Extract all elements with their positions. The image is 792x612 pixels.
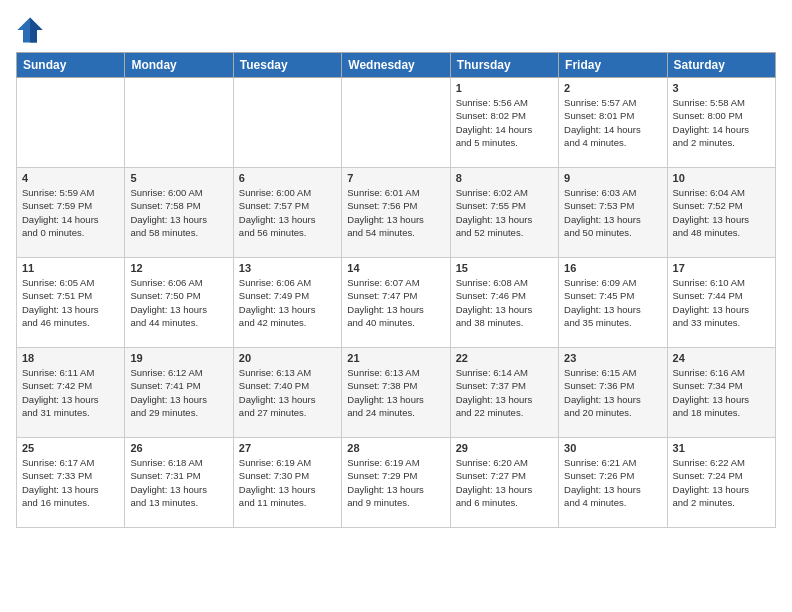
- calendar-cell: 20Sunrise: 6:13 AM Sunset: 7:40 PM Dayli…: [233, 348, 341, 438]
- cell-info: Sunrise: 5:57 AM Sunset: 8:01 PM Dayligh…: [564, 96, 661, 149]
- page-header: [16, 16, 776, 44]
- day-number: 10: [673, 172, 770, 184]
- day-header-wednesday: Wednesday: [342, 53, 450, 78]
- calendar-cell: [233, 78, 341, 168]
- calendar-cell: 5Sunrise: 6:00 AM Sunset: 7:58 PM Daylig…: [125, 168, 233, 258]
- cell-info: Sunrise: 6:22 AM Sunset: 7:24 PM Dayligh…: [673, 456, 770, 509]
- calendar-cell: 26Sunrise: 6:18 AM Sunset: 7:31 PM Dayli…: [125, 438, 233, 528]
- day-header-sunday: Sunday: [17, 53, 125, 78]
- calendar-cell: 12Sunrise: 6:06 AM Sunset: 7:50 PM Dayli…: [125, 258, 233, 348]
- cell-info: Sunrise: 6:06 AM Sunset: 7:49 PM Dayligh…: [239, 276, 336, 329]
- day-number: 5: [130, 172, 227, 184]
- cell-info: Sunrise: 6:09 AM Sunset: 7:45 PM Dayligh…: [564, 276, 661, 329]
- cell-info: Sunrise: 6:19 AM Sunset: 7:30 PM Dayligh…: [239, 456, 336, 509]
- calendar-cell: 9Sunrise: 6:03 AM Sunset: 7:53 PM Daylig…: [559, 168, 667, 258]
- calendar-cell: 2Sunrise: 5:57 AM Sunset: 8:01 PM Daylig…: [559, 78, 667, 168]
- days-header-row: SundayMondayTuesdayWednesdayThursdayFrid…: [17, 53, 776, 78]
- cell-info: Sunrise: 6:06 AM Sunset: 7:50 PM Dayligh…: [130, 276, 227, 329]
- calendar-cell: 24Sunrise: 6:16 AM Sunset: 7:34 PM Dayli…: [667, 348, 775, 438]
- day-number: 16: [564, 262, 661, 274]
- calendar-cell: 21Sunrise: 6:13 AM Sunset: 7:38 PM Dayli…: [342, 348, 450, 438]
- cell-info: Sunrise: 6:15 AM Sunset: 7:36 PM Dayligh…: [564, 366, 661, 419]
- day-number: 7: [347, 172, 444, 184]
- cell-info: Sunrise: 6:10 AM Sunset: 7:44 PM Dayligh…: [673, 276, 770, 329]
- calendar-cell: 10Sunrise: 6:04 AM Sunset: 7:52 PM Dayli…: [667, 168, 775, 258]
- day-number: 31: [673, 442, 770, 454]
- calendar-cell: 16Sunrise: 6:09 AM Sunset: 7:45 PM Dayli…: [559, 258, 667, 348]
- day-header-monday: Monday: [125, 53, 233, 78]
- day-number: 25: [22, 442, 119, 454]
- calendar-cell: 14Sunrise: 6:07 AM Sunset: 7:47 PM Dayli…: [342, 258, 450, 348]
- day-number: 9: [564, 172, 661, 184]
- calendar-cell: 29Sunrise: 6:20 AM Sunset: 7:27 PM Dayli…: [450, 438, 558, 528]
- cell-info: Sunrise: 6:00 AM Sunset: 7:58 PM Dayligh…: [130, 186, 227, 239]
- cell-info: Sunrise: 6:19 AM Sunset: 7:29 PM Dayligh…: [347, 456, 444, 509]
- calendar-cell: 27Sunrise: 6:19 AM Sunset: 7:30 PM Dayli…: [233, 438, 341, 528]
- calendar-cell: 1Sunrise: 5:56 AM Sunset: 8:02 PM Daylig…: [450, 78, 558, 168]
- cell-info: Sunrise: 6:17 AM Sunset: 7:33 PM Dayligh…: [22, 456, 119, 509]
- calendar-cell: 25Sunrise: 6:17 AM Sunset: 7:33 PM Dayli…: [17, 438, 125, 528]
- cell-info: Sunrise: 6:13 AM Sunset: 7:38 PM Dayligh…: [347, 366, 444, 419]
- cell-info: Sunrise: 6:04 AM Sunset: 7:52 PM Dayligh…: [673, 186, 770, 239]
- calendar-cell: 23Sunrise: 6:15 AM Sunset: 7:36 PM Dayli…: [559, 348, 667, 438]
- calendar-cell: 18Sunrise: 6:11 AM Sunset: 7:42 PM Dayli…: [17, 348, 125, 438]
- day-number: 3: [673, 82, 770, 94]
- day-number: 15: [456, 262, 553, 274]
- day-number: 4: [22, 172, 119, 184]
- calendar-cell: 4Sunrise: 5:59 AM Sunset: 7:59 PM Daylig…: [17, 168, 125, 258]
- calendar-cell: 6Sunrise: 6:00 AM Sunset: 7:57 PM Daylig…: [233, 168, 341, 258]
- day-header-saturday: Saturday: [667, 53, 775, 78]
- cell-info: Sunrise: 6:00 AM Sunset: 7:57 PM Dayligh…: [239, 186, 336, 239]
- cell-info: Sunrise: 6:03 AM Sunset: 7:53 PM Dayligh…: [564, 186, 661, 239]
- day-number: 11: [22, 262, 119, 274]
- calendar-cell: 11Sunrise: 6:05 AM Sunset: 7:51 PM Dayli…: [17, 258, 125, 348]
- day-number: 21: [347, 352, 444, 364]
- day-number: 19: [130, 352, 227, 364]
- day-number: 26: [130, 442, 227, 454]
- svg-marker-1: [30, 17, 43, 42]
- calendar-cell: 15Sunrise: 6:08 AM Sunset: 7:46 PM Dayli…: [450, 258, 558, 348]
- cell-info: Sunrise: 5:56 AM Sunset: 8:02 PM Dayligh…: [456, 96, 553, 149]
- day-number: 17: [673, 262, 770, 274]
- calendar-cell: [17, 78, 125, 168]
- cell-info: Sunrise: 6:21 AM Sunset: 7:26 PM Dayligh…: [564, 456, 661, 509]
- calendar-cell: 17Sunrise: 6:10 AM Sunset: 7:44 PM Dayli…: [667, 258, 775, 348]
- cell-info: Sunrise: 6:12 AM Sunset: 7:41 PM Dayligh…: [130, 366, 227, 419]
- week-row-3: 11Sunrise: 6:05 AM Sunset: 7:51 PM Dayli…: [17, 258, 776, 348]
- day-number: 14: [347, 262, 444, 274]
- calendar-cell: [342, 78, 450, 168]
- day-header-tuesday: Tuesday: [233, 53, 341, 78]
- day-number: 13: [239, 262, 336, 274]
- cell-info: Sunrise: 6:13 AM Sunset: 7:40 PM Dayligh…: [239, 366, 336, 419]
- day-number: 8: [456, 172, 553, 184]
- cell-info: Sunrise: 6:11 AM Sunset: 7:42 PM Dayligh…: [22, 366, 119, 419]
- cell-info: Sunrise: 5:58 AM Sunset: 8:00 PM Dayligh…: [673, 96, 770, 149]
- day-number: 20: [239, 352, 336, 364]
- week-row-2: 4Sunrise: 5:59 AM Sunset: 7:59 PM Daylig…: [17, 168, 776, 258]
- day-number: 12: [130, 262, 227, 274]
- calendar-cell: 13Sunrise: 6:06 AM Sunset: 7:49 PM Dayli…: [233, 258, 341, 348]
- day-header-thursday: Thursday: [450, 53, 558, 78]
- calendar-cell: 8Sunrise: 6:02 AM Sunset: 7:55 PM Daylig…: [450, 168, 558, 258]
- calendar-cell: 31Sunrise: 6:22 AM Sunset: 7:24 PM Dayli…: [667, 438, 775, 528]
- day-number: 27: [239, 442, 336, 454]
- day-number: 18: [22, 352, 119, 364]
- week-row-5: 25Sunrise: 6:17 AM Sunset: 7:33 PM Dayli…: [17, 438, 776, 528]
- day-number: 30: [564, 442, 661, 454]
- cell-info: Sunrise: 6:02 AM Sunset: 7:55 PM Dayligh…: [456, 186, 553, 239]
- calendar-cell: 30Sunrise: 6:21 AM Sunset: 7:26 PM Dayli…: [559, 438, 667, 528]
- cell-info: Sunrise: 6:14 AM Sunset: 7:37 PM Dayligh…: [456, 366, 553, 419]
- calendar-cell: 19Sunrise: 6:12 AM Sunset: 7:41 PM Dayli…: [125, 348, 233, 438]
- day-number: 29: [456, 442, 553, 454]
- calendar-cell: 7Sunrise: 6:01 AM Sunset: 7:56 PM Daylig…: [342, 168, 450, 258]
- day-number: 24: [673, 352, 770, 364]
- cell-info: Sunrise: 6:05 AM Sunset: 7:51 PM Dayligh…: [22, 276, 119, 329]
- calendar-cell: 28Sunrise: 6:19 AM Sunset: 7:29 PM Dayli…: [342, 438, 450, 528]
- day-number: 2: [564, 82, 661, 94]
- calendar-cell: 3Sunrise: 5:58 AM Sunset: 8:00 PM Daylig…: [667, 78, 775, 168]
- cell-info: Sunrise: 6:01 AM Sunset: 7:56 PM Dayligh…: [347, 186, 444, 239]
- cell-info: Sunrise: 6:08 AM Sunset: 7:46 PM Dayligh…: [456, 276, 553, 329]
- logo-icon: [16, 16, 44, 44]
- week-row-1: 1Sunrise: 5:56 AM Sunset: 8:02 PM Daylig…: [17, 78, 776, 168]
- logo: [16, 16, 48, 44]
